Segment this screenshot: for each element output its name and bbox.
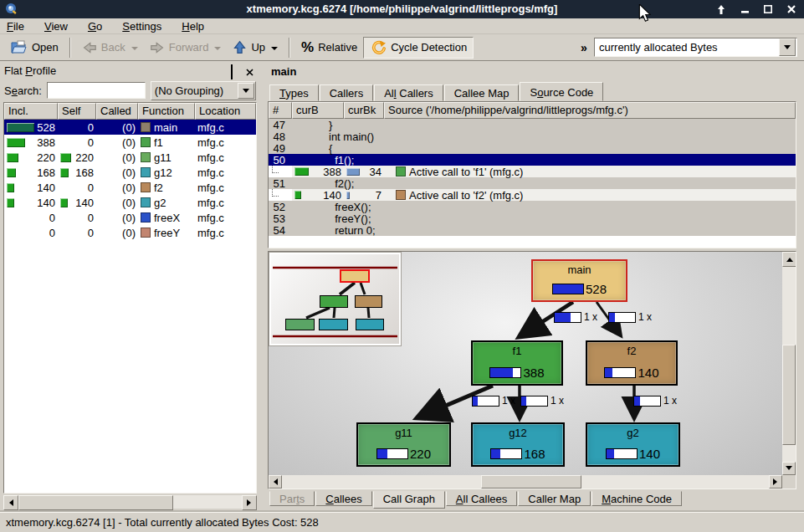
graph-node-f2[interactable]: f2 140 [586,340,678,386]
graph-node-g12[interactable]: g12 168 [471,422,565,467]
function-color-swatch [141,212,151,223]
menu-settings[interactable]: Settings [122,20,161,33]
grouping-dropdown-icon[interactable] [238,83,254,99]
combo-dropdown-icon[interactable] [779,38,796,56]
scroll-left-icon[interactable] [3,495,18,510]
cycle-detection-toggle[interactable]: Cycle Detection [363,37,474,59]
column-header-function[interactable]: Function [138,103,195,120]
source-line[interactable]: 47} [269,119,796,130]
table-row-f1[interactable]: 388 0 (0) f1 mfg.c [4,135,256,150]
scrollbar-thumb[interactable] [18,495,173,510]
source-line[interactable]: 48int main() [269,130,796,142]
column-header-curbk[interactable]: curBk [344,102,384,119]
table-row-g12[interactable]: 168 168 (0) g12 mfg.c [4,165,256,180]
status-text: xtmemory.kcg.6274 [1] - Total currently … [6,516,319,529]
forward-dropdown-caret[interactable] [214,47,221,54]
up-dropdown-caret[interactable] [271,47,278,54]
relative-label: Relative [318,41,357,54]
dock-float-icon[interactable] [231,66,241,75]
keep-above-button[interactable] [715,3,727,15]
table-row-freeX[interactable]: 0 0 (0) freeX mfg.c [4,210,256,225]
table-row-f2[interactable]: 140 0 (0) f2 mfg.c [4,180,256,195]
scroll-down-icon[interactable] [782,462,796,475]
tab-machine-code[interactable]: Machine Code [591,491,682,506]
graph-tabbar: Parts Callees Call Graph All Callees Cal… [269,491,796,509]
up-button[interactable]: Up [227,38,284,57]
call-cost-bar [554,312,581,323]
graph-hscrollbar[interactable] [269,475,782,489]
graph-overview-map[interactable] [269,253,401,345]
menu-view[interactable]: View [44,20,68,33]
cost-bar [552,284,584,294]
tab-callees[interactable]: Callees [315,491,371,506]
keep-above-icon [717,5,725,14]
tab-caller-map[interactable]: Caller Map [518,491,591,506]
tab-call-graph[interactable]: Call Graph [373,491,445,509]
forward-button[interactable]: Forward [144,38,228,57]
column-header-self[interactable]: Self [58,103,96,120]
call-graph-panel[interactable]: main 528 f1 388 f2 140 g11 220 g12 168 g… [268,251,796,489]
close-button[interactable] [786,3,797,15]
source-line[interactable]: 51 f2(); [269,177,796,189]
relative-toggle[interactable]: % Relative [295,37,363,59]
scroll-up-icon[interactable] [782,252,796,267]
source-line[interactable]: 52 freeX(); [269,201,796,212]
grouping-combo[interactable]: (No Grouping) [151,81,256,100]
cost-bar [294,191,301,199]
back-button[interactable]: Back [76,38,144,57]
column-header-line[interactable]: # [269,102,292,119]
column-header-location[interactable]: Location [195,103,256,120]
tab-callee-map[interactable]: Callee Map [444,84,520,101]
column-header-incl[interactable]: Incl. [4,103,58,120]
graph-node-main[interactable]: main 528 [531,259,627,302]
dock-close-icon[interactable] [246,66,256,75]
menu-go[interactable]: Go [88,20,102,33]
source-call-row-f2[interactable]: 140 7 Active call to 'f2' (mfg.c) [269,189,796,201]
scrollbar-thumb[interactable] [481,475,581,489]
table-row-freeY[interactable]: 0 0 (0) freeY mfg.c [4,225,256,240]
back-dropdown-caret[interactable] [131,47,138,54]
flat-profile-hscrollbar[interactable] [3,495,257,509]
tab-parts[interactable]: Parts [269,491,315,506]
toolbar-overflow-chevron[interactable]: » [581,41,587,54]
scroll-right-icon[interactable] [769,475,782,489]
tab-source-code[interactable]: Source Code [520,82,603,101]
source-line[interactable]: 49{ [269,142,796,154]
scroll-right-icon[interactable] [242,495,257,510]
graph-node-g11[interactable]: g11 220 [356,422,451,467]
column-header-called[interactable]: Called [96,103,138,120]
maximize-button[interactable] [762,3,774,15]
table-row-g2[interactable]: 140 140 (0) g2 mfg.c [4,195,256,210]
vertical-splitter[interactable] [258,61,268,512]
menu-help[interactable]: Help [182,20,204,33]
search-input[interactable] [47,82,146,99]
graph-node-g2[interactable]: g2 140 [586,422,680,467]
open-button[interactable]: Open [5,38,64,57]
column-header-curb[interactable]: curB [292,102,344,119]
table-row-main[interactable]: 528 0 (0) main mfg.c [4,120,256,135]
cost-bar [60,153,71,162]
minimize-button[interactable] [739,3,750,15]
tab-all-callers[interactable]: All Callers [374,84,443,101]
source-line-selected[interactable]: 50 f1(); [269,154,796,166]
source-line[interactable]: 54 return 0; [269,224,796,236]
graph-vscrollbar[interactable] [782,252,796,475]
column-header-source[interactable]: Source ('/home/philippe/valgrind/littlep… [384,102,796,119]
edge-label-main-f2: 1 x [608,311,652,323]
scroll-left-icon[interactable] [269,475,282,489]
edge-label-f1-g11: 1 x [472,395,515,407]
tab-types[interactable]: Types [269,84,319,101]
menu-file[interactable]: File [7,20,24,33]
table-row-g11[interactable]: 220 220 (0) g11 mfg.c [4,150,256,165]
scrollbar-thumb[interactable] [782,345,796,445]
graph-node-f1[interactable]: f1 388 [471,340,563,386]
tab-all-callees[interactable]: All Callees [446,491,517,506]
event-type-combo[interactable]: currently allocated Bytes [594,38,797,57]
percent-icon: % [301,39,314,56]
cost-bar [7,153,18,162]
source-line[interactable]: 53 freeY(); [269,212,796,224]
cost-bar [606,448,638,459]
function-context-title: main [271,65,296,78]
source-call-row-f1[interactable]: 388 34 Active call to 'f1' (mfg.c) [269,166,796,177]
tab-callers[interactable]: Callers [320,84,373,101]
